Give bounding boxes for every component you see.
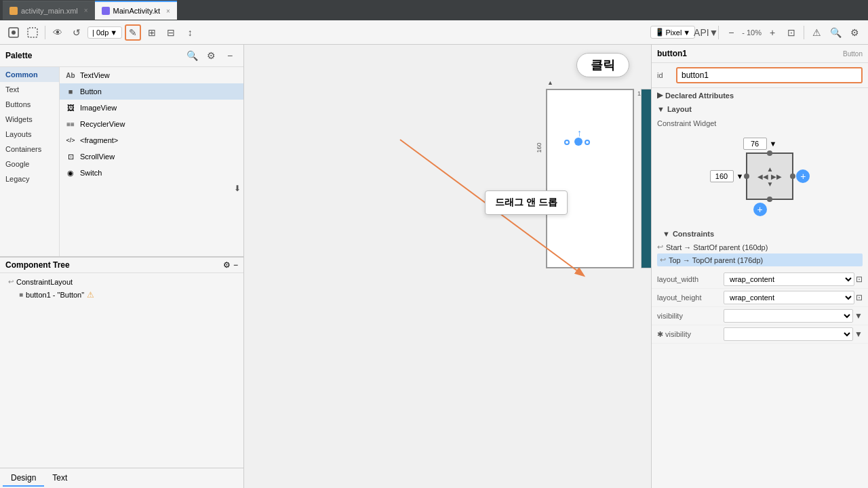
callout-click: 클릭 — [576, 53, 629, 77]
palette-cat-widgets[interactable]: Widgets — [0, 112, 59, 127]
api-dropdown[interactable]: API▼ — [698, 24, 714, 41]
visibility2-arrow[interactable]: ▼ — [854, 329, 863, 339]
palette-cat-legacy[interactable]: Legacy — [0, 171, 59, 186]
measure-left-val: 160 — [536, 142, 542, 152]
palette-items: Ab TextView ■ Button 🖼 ImageView ≡≡ — [60, 67, 243, 256]
id-input[interactable] — [676, 67, 863, 83]
visibility2-value-area: visible invisible gone ▼ — [724, 327, 863, 341]
attr-settings[interactable]: ⚙ — [846, 24, 863, 41]
palette-cat-google[interactable]: Google — [0, 157, 59, 171]
xml-file-icon — [9, 7, 18, 15]
palette-item-switch[interactable]: ◉ Switch — [60, 165, 243, 181]
component-tree-settings-btn[interactable]: ⚙ — [223, 260, 231, 270]
palette-item-textview[interactable]: Ab TextView — [60, 67, 243, 83]
declared-attributes-header[interactable]: ▶ Declared Attributes — [652, 88, 868, 102]
zoom-in-btn[interactable]: + — [764, 24, 781, 41]
palette-settings-btn[interactable]: ⚙ — [203, 47, 219, 64]
visibility2-select[interactable]: visible invisible gone — [724, 327, 853, 341]
constraint-top-dim: 76 ▼ — [743, 138, 777, 150]
bottom-tab-text[interactable]: Text — [44, 470, 75, 487]
warning-btn[interactable]: ⚠ — [808, 24, 825, 41]
zoom-level: - 10% — [742, 28, 762, 37]
button1-warning-icon: ⚠ — [87, 290, 94, 300]
layout-width-row: layout_width wrap_content match_parent m… — [652, 270, 868, 289]
layout-section-header[interactable]: ▼ Layout — [652, 102, 868, 116]
tab-bar: activity_main.xml × MainActivity.kt × — [0, 0, 868, 20]
id-label: id — [657, 71, 671, 79]
component-tree-close-btn[interactable]: − — [233, 260, 238, 270]
palette-item-imageview[interactable]: 🖼 ImageView — [60, 100, 243, 116]
content-area: Palette 🔍 ⚙ − Common Text Buttons Widget… — [0, 45, 868, 488]
box-left-arrow: ◀◀ — [757, 173, 768, 180]
palette-cat-common[interactable]: Common — [0, 67, 59, 82]
palette-item-button[interactable]: ■ Button — [60, 83, 243, 100]
constraint-add-right-btn[interactable]: + — [796, 169, 810, 183]
palette-close-btn[interactable]: − — [222, 47, 238, 64]
palette-download-btn[interactable]: ⬇ — [234, 184, 241, 193]
tree-item-button1[interactable]: ■ button1 - "Button" ⚠ — [3, 288, 241, 302]
zoom-out-btn[interactable]: − — [723, 24, 739, 41]
visibility-select[interactable]: visible invisible gone — [724, 309, 853, 323]
palette-section: Palette 🔍 ⚙ − Common Text Buttons Widget… — [0, 45, 243, 256]
constraint-widget-label: Constraint Widget — [652, 116, 868, 131]
margin-btn[interactable]: ↕ — [182, 24, 198, 41]
constraint-left-arrow-btn[interactable]: ▼ — [736, 172, 744, 180]
device-label: Pixel — [666, 28, 682, 37]
imageview-icon: 🖼 — [65, 102, 76, 113]
top-constraint-icon: ↩ — [660, 256, 666, 264]
box-down-arrow: ▼ — [766, 180, 773, 188]
button-center-dot — [574, 138, 583, 146]
component-tree-header: Component Tree ⚙ − — [0, 257, 243, 273]
attr-search[interactable]: 🔍 — [827, 24, 844, 41]
layout-width-select[interactable]: wrap_content match_parent match_constrai… — [724, 272, 854, 286]
constraint-layout-arrow-icon: ↩ — [8, 278, 14, 285]
switch-icon: ◉ — [65, 167, 76, 178]
layout-height-select[interactable]: wrap_content match_parent match_constrai… — [724, 291, 854, 304]
align-btn[interactable]: ⊞ — [144, 24, 160, 41]
tab-activity-main[interactable]: activity_main.xml × — [3, 1, 95, 20]
palette-item-recyclerview[interactable]: ≡≡ RecyclerView — [60, 116, 243, 132]
rotate-btn[interactable]: ↺ — [68, 24, 85, 41]
layout-height-value-area: wrap_content match_parent match_constrai… — [724, 291, 863, 304]
callout-drag: 드래그 앤 드롭 — [485, 190, 568, 215]
eye-btn[interactable]: 👁 — [50, 24, 66, 41]
distribute-btn[interactable]: ⊟ — [163, 24, 179, 41]
palette-cat-containers[interactable]: Containers — [0, 142, 59, 157]
constraints-header[interactable]: ▼ Constraints — [657, 227, 863, 241]
palette-cat-text[interactable]: Text — [0, 82, 59, 97]
tab-mainactivity-close[interactable]: × — [166, 7, 170, 15]
constraint-add-bottom-btn[interactable]: + — [753, 203, 767, 216]
constraint-box: ▲ ◀◀ ▶▶ ▼ — [746, 152, 793, 200]
main-container: activity_main.xml × MainActivity.kt × 👁 … — [0, 0, 868, 488]
palette-cat-layouts[interactable]: Layouts — [0, 127, 59, 142]
tree-item-constraint-layout[interactable]: ↩ ConstraintLayout — [3, 276, 241, 288]
attributes-header-left: button1 — [657, 49, 687, 58]
offset-value: | 0dp — [92, 28, 108, 37]
magic-wand-btn[interactable]: ✎ — [125, 24, 141, 41]
button1-icon: ■ — [19, 291, 23, 298]
measure-top: ▲ — [547, 79, 553, 86]
visibility-value-area: visible invisible gone ▼ — [724, 309, 863, 323]
palette-search-btn[interactable]: 🔍 — [184, 47, 200, 64]
start-constraint-row[interactable]: ↩ Start → StartOf parent (160dp) — [657, 241, 863, 253]
box-up-arrow: ▲ — [766, 165, 773, 173]
palette-item-scrollview[interactable]: ⊡ ScrollView — [60, 148, 243, 165]
left-panel: Palette 🔍 ⚙ − Common Text Buttons Widget… — [0, 45, 244, 488]
palette-cat-buttons[interactable]: Buttons — [0, 97, 59, 112]
layout-width-toggle[interactable]: ⊡ — [856, 274, 863, 284]
blueprint-btn[interactable] — [24, 24, 41, 41]
visibility-arrow[interactable]: ▼ — [854, 311, 863, 321]
svg-point-1 — [12, 30, 16, 35]
bottom-tab-design[interactable]: Design — [3, 470, 44, 487]
tab-activity-main-close[interactable]: × — [84, 7, 88, 14]
top-constraint-row[interactable]: ↩ Top → TopOf parent (176dp) — [657, 253, 863, 266]
tab-mainactivity[interactable]: MainActivity.kt × — [95, 1, 177, 20]
layout-height-toggle[interactable]: ⊡ — [856, 293, 863, 302]
palette-item-fragment[interactable]: </> <fragment> — [60, 132, 243, 148]
constraint-top-arrow-btn[interactable]: ▼ — [770, 140, 777, 148]
offset-dropdown[interactable]: | 0dp ▼ — [87, 26, 122, 39]
palette-header: Palette 🔍 ⚙ − — [0, 45, 243, 67]
design-mode-btn[interactable] — [5, 24, 22, 41]
device-dropdown[interactable]: 📱 Pixel ▼ — [650, 26, 696, 39]
fit-btn[interactable]: ⊡ — [783, 24, 800, 41]
